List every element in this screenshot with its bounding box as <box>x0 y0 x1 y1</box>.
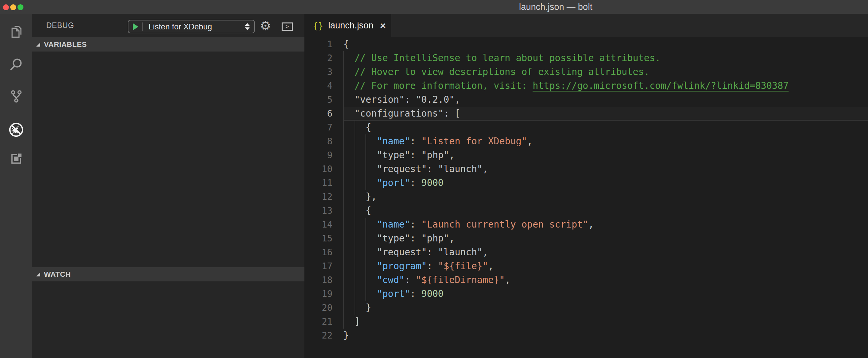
code-line-15[interactable]: 15 "type": "php", <box>304 232 868 245</box>
line-number[interactable]: 21 <box>304 315 343 329</box>
code-token: , <box>488 261 494 271</box>
code-line-19[interactable]: 19 "port": 9000 <box>304 287 868 301</box>
line-content: "name": "Listen for XDebug", <box>343 135 868 148</box>
line-number[interactable]: 7 <box>304 121 343 135</box>
section-title: VARIABLES <box>44 40 87 49</box>
code-line-21[interactable]: 21 ] <box>304 315 868 329</box>
line-number[interactable]: 10 <box>304 162 343 176</box>
code-line-17[interactable]: 17 "program": "${file}", <box>304 259 868 273</box>
line-number[interactable]: 16 <box>304 245 343 259</box>
minimize-button[interactable] <box>10 4 16 10</box>
indent-guide <box>343 65 344 79</box>
section-header-variables[interactable]: VARIABLES <box>32 37 304 52</box>
play-icon[interactable] <box>133 23 138 30</box>
code-line-12[interactable]: 12 }, <box>304 190 868 204</box>
line-number[interactable]: 14 <box>304 218 343 232</box>
section-header-watch[interactable]: WATCH <box>32 267 304 281</box>
indent-guide <box>343 176 344 190</box>
indent-guide <box>354 190 355 204</box>
indent-guide <box>343 51 344 65</box>
line-content: "name": "Launch currently open script", <box>343 218 868 232</box>
section-title: WATCH <box>44 270 71 279</box>
title-bar: launch.json — bolt <box>0 0 868 14</box>
code-line-14[interactable]: 14 "name": "Launch currently open script… <box>304 218 868 232</box>
code-line-7[interactable]: 7 { <box>304 121 868 135</box>
indent-guide <box>354 218 355 232</box>
line-number[interactable]: 2 <box>304 51 343 65</box>
code-token: // Hover to view descriptions of existin… <box>343 66 649 77</box>
line-number[interactable]: 8 <box>304 135 343 148</box>
code-line-5[interactable]: 5 "version": "0.2.0", <box>304 93 868 107</box>
debug-config-dropdown[interactable]: Listen for XDebug <box>128 20 255 33</box>
code-token: , <box>505 274 510 285</box>
code-line-6[interactable]: 6 "configurations": [ <box>304 107 868 121</box>
code-token: "type": "php", <box>343 150 455 160</box>
code-line-10[interactable]: 10 "request": "launch", <box>304 162 868 176</box>
code-line-9[interactable]: 9 "type": "php", <box>304 148 868 162</box>
indent-guide <box>366 273 366 287</box>
line-number[interactable]: 15 <box>304 232 343 245</box>
line-number[interactable]: 13 <box>304 204 343 218</box>
comment-link[interactable]: https://go.microsoft.com/fwlink/?linkid=… <box>532 80 788 91</box>
line-number[interactable]: 5 <box>304 93 343 107</box>
code-line-22[interactable]: 22} <box>304 329 868 342</box>
sidebar-item-debug[interactable] <box>8 122 24 138</box>
indent-guide <box>354 176 355 190</box>
code-token: 9000 <box>421 177 443 188</box>
code-line-20[interactable]: 20 } <box>304 301 868 315</box>
close-button[interactable] <box>3 4 9 10</box>
sidebar-item-extensions[interactable] <box>8 151 24 167</box>
git-fork-icon <box>9 89 24 103</box>
code-line-1[interactable]: 1{ <box>304 37 868 51</box>
line-number[interactable]: 20 <box>304 301 343 315</box>
code-line-16[interactable]: 16 "request": "launch", <box>304 245 868 259</box>
line-content: "port": 9000 <box>343 176 868 190</box>
code-token: , <box>588 219 594 230</box>
line-number[interactable]: 18 <box>304 273 343 287</box>
line-content: "type": "php", <box>343 232 868 245</box>
line-number[interactable]: 1 <box>304 37 343 51</box>
code-token: "request": "launch", <box>343 163 488 174</box>
sidebar-item-search[interactable] <box>8 56 24 72</box>
code-token: : <box>410 136 421 147</box>
code-token <box>343 261 377 271</box>
line-content: "type": "php", <box>343 148 868 162</box>
code-lines: 1{2 // Use IntelliSense to learn about p… <box>304 37 868 342</box>
code-token: "Launch currently open script" <box>421 219 588 230</box>
line-number[interactable]: 17 <box>304 259 343 273</box>
code-token: : <box>410 219 421 230</box>
indent-guide <box>354 287 355 301</box>
sidebar-item-explorer[interactable] <box>8 24 24 40</box>
line-number[interactable]: 4 <box>304 79 343 93</box>
indent-guide <box>366 287 366 301</box>
code-token: { <box>343 39 349 50</box>
code-line-18[interactable]: 18 "cwd": "${fileDirname}", <box>304 273 868 287</box>
sidebar-item-source-control[interactable] <box>8 88 24 104</box>
indent-guide <box>366 176 366 190</box>
code-token <box>343 274 377 285</box>
code-line-3[interactable]: 3 // Hover to view descriptions of exist… <box>304 65 868 79</box>
dropdown-divider <box>142 23 143 31</box>
tab-launch-json[interactable]: {} launch.json × <box>304 14 391 37</box>
dropdown-spinner-icon[interactable] <box>245 23 250 30</box>
line-number[interactable]: 6 <box>304 107 343 121</box>
indent-guide <box>343 315 344 329</box>
line-number[interactable]: 11 <box>304 176 343 190</box>
code-line-2[interactable]: 2 // Use IntelliSense to learn about pos… <box>304 51 868 65</box>
code-line-4[interactable]: 4 // For more information, visit: https:… <box>304 79 868 93</box>
configure-gear-icon[interactable]: ⚙ <box>260 20 271 32</box>
line-number[interactable]: 12 <box>304 190 343 204</box>
tab-close-icon[interactable]: × <box>380 21 386 31</box>
debug-console-icon[interactable]: > <box>282 23 293 31</box>
code-line-13[interactable]: 13 { <box>304 204 868 218</box>
code-editor[interactable]: 1{2 // Use IntelliSense to learn about p… <box>304 37 868 358</box>
line-number[interactable]: 19 <box>304 287 343 301</box>
line-number[interactable]: 22 <box>304 329 343 342</box>
indent-guide <box>343 162 344 176</box>
code-line-11[interactable]: 11 "port": 9000 <box>304 176 868 190</box>
code-token: , <box>527 136 532 147</box>
line-number[interactable]: 3 <box>304 65 343 79</box>
code-line-8[interactable]: 8 "name": "Listen for XDebug", <box>304 135 868 148</box>
zoom-button[interactable] <box>18 4 24 10</box>
line-number[interactable]: 9 <box>304 148 343 162</box>
